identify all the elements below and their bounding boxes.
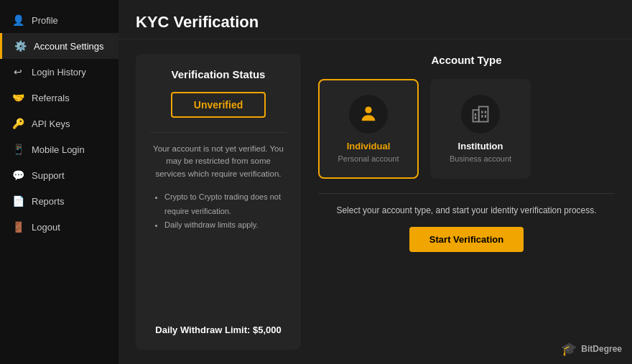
main-content: KYC Verification Verification Status Unv… — [118, 0, 632, 364]
withdraw-limit: Daily Withdraw Limit: $5,000 — [155, 325, 281, 335]
individual-icon — [349, 95, 388, 134]
sidebar-item-referrals[interactable]: 🤝 Referrals — [0, 85, 118, 111]
svg-point-0 — [365, 107, 371, 113]
sidebar-item-api-keys[interactable]: 🔑 API Keys — [0, 111, 118, 136]
support-icon: 💬 — [11, 169, 24, 181]
content-area: Verification Status Unverified Your acco… — [118, 39, 632, 364]
section-divider — [318, 193, 615, 194]
footer-brand: 🎓 BitDegree — [561, 341, 622, 357]
sidebar-item-label: Login History — [32, 67, 86, 78]
sidebar-item-label: Support — [32, 170, 65, 181]
divider — [150, 132, 287, 133]
account-type-section: Account Type Individual Personal account — [318, 54, 615, 350]
sidebar-item-support[interactable]: 💬 Support — [0, 162, 118, 188]
profile-icon: 👤 — [11, 14, 24, 26]
bullet-list: Crypto to Crypto trading does not requir… — [150, 190, 287, 233]
sidebar-item-label: Mobile Login — [32, 144, 85, 155]
verification-status-card: Verification Status Unverified Your acco… — [136, 54, 301, 350]
account-type-title: Account Type — [318, 54, 615, 66]
sidebar-item-label: Logout — [32, 222, 60, 233]
sidebar-item-mobile-login[interactable]: 📱 Mobile Login — [0, 136, 118, 162]
sidebar-item-label: Referrals — [32, 93, 70, 103]
sidebar-item-login-history[interactable]: ↩ Login History — [0, 59, 118, 85]
account-card-individual[interactable]: Individual Personal account — [318, 79, 419, 179]
svg-rect-8 — [475, 117, 476, 120]
page-title: KYC Verification — [136, 13, 615, 32]
sidebar-item-label: Account Settings — [34, 41, 104, 52]
brand-name: BitDegree — [581, 344, 622, 354]
sidebar-item-label: Profile — [32, 15, 58, 26]
svg-rect-3 — [481, 111, 483, 113]
svg-rect-6 — [485, 115, 486, 118]
referrals-icon: 🤝 — [11, 92, 24, 103]
logout-icon: 🚪 — [11, 221, 24, 233]
bullet-item-1: Crypto to Crypto trading does not requir… — [164, 190, 287, 219]
svg-rect-7 — [475, 113, 476, 116]
sidebar-item-label: Reports — [32, 196, 65, 207]
mobile-icon: 📱 — [11, 144, 24, 155]
select-instruction: Select your account type, and start your… — [318, 205, 615, 215]
settings-icon: ⚙️ — [14, 40, 27, 52]
verification-card-title: Verification Status — [172, 68, 266, 80]
sidebar: 👤 Profile ⚙️ Account Settings ↩ Login Hi… — [0, 0, 118, 364]
reports-icon: 📄 — [11, 195, 24, 207]
svg-rect-1 — [473, 110, 479, 121]
account-card-institution[interactable]: Institution Business account — [430, 79, 531, 179]
institution-label: Institution — [458, 141, 503, 151]
history-icon: ↩ — [11, 66, 24, 78]
individual-label: Individual — [347, 141, 391, 151]
svg-rect-4 — [485, 111, 486, 113]
api-key-icon: 🔑 — [11, 118, 24, 129]
sidebar-item-label: API Keys — [32, 118, 70, 129]
status-badge: Unverified — [171, 92, 266, 118]
svg-rect-2 — [479, 107, 488, 122]
svg-rect-5 — [481, 115, 483, 118]
sidebar-item-logout[interactable]: 🚪 Logout — [0, 214, 118, 240]
brand-icon: 🎓 — [561, 341, 577, 357]
sidebar-item-account-settings[interactable]: ⚙️ Account Settings — [0, 33, 118, 59]
institution-sub: Business account — [450, 154, 511, 163]
sidebar-item-profile[interactable]: 👤 Profile — [0, 7, 118, 33]
individual-sub: Personal account — [338, 154, 399, 163]
institution-icon — [461, 95, 500, 134]
verification-info-text: Your account is not yet verified. You ma… — [150, 143, 287, 180]
start-verification-button[interactable]: Start Verification — [409, 227, 524, 252]
sidebar-item-reports[interactable]: 📄 Reports — [0, 188, 118, 214]
bullet-item-2: Daily withdraw limits apply. — [164, 218, 287, 233]
account-type-cards: Individual Personal account — [318, 79, 615, 179]
page-header: KYC Verification — [118, 0, 632, 39]
